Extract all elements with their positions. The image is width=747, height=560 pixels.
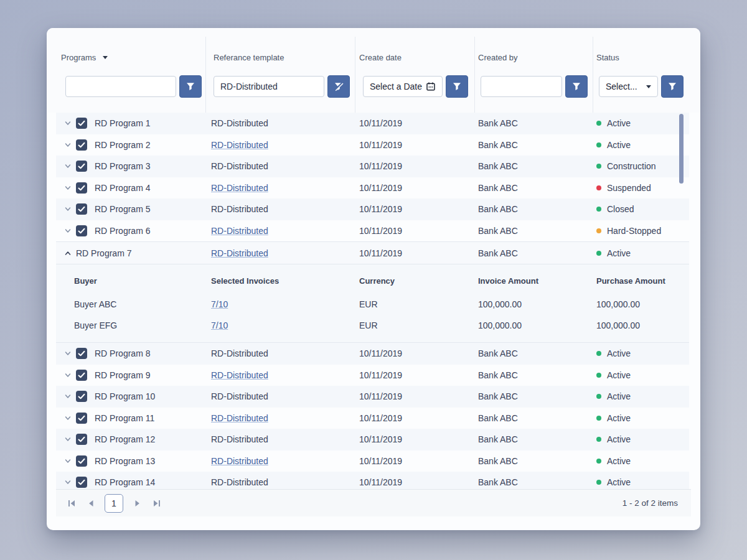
- program-name: RD Program 11: [95, 413, 154, 423]
- date-picker-input[interactable]: Select a Date: [363, 76, 443, 97]
- chevron-down-icon[interactable]: [64, 141, 72, 149]
- vertical-scrollbar-thumb[interactable]: [679, 114, 684, 184]
- app-background: { "colors": { "accent": "#4a6aa5", "gree…: [0, 0, 747, 560]
- table-row: RD Program 6RD-Distributed10/11/2019Bank…: [56, 220, 689, 242]
- previous-page-button[interactable]: [85, 498, 96, 509]
- funnel-icon: [667, 82, 677, 91]
- status-text: Active: [607, 370, 631, 380]
- chevron-down-icon[interactable]: [64, 205, 72, 213]
- row-checkbox[interactable]: [76, 434, 87, 445]
- create-date-cell: 10/11/2019: [359, 161, 478, 171]
- status-cell: Active: [596, 140, 689, 150]
- status-dot-icon: [596, 437, 601, 442]
- selected-invoices-link[interactable]: 7/10: [211, 320, 228, 330]
- reference-template-filter-input[interactable]: [214, 76, 324, 97]
- row-checkbox[interactable]: [76, 348, 87, 359]
- funnel-icon: [571, 82, 581, 91]
- invoice-amount-cell: 100,000.00: [478, 299, 596, 309]
- chevron-down-icon[interactable]: [64, 350, 72, 357]
- row-checkbox[interactable]: [76, 225, 87, 236]
- program-name: RD Program 12: [95, 434, 155, 444]
- purchase-amount-cell: 100,000.00: [596, 299, 689, 309]
- status-dot-icon: [596, 459, 601, 464]
- create-date-cell: 10/11/2019: [359, 370, 478, 380]
- row-checkbox[interactable]: [76, 455, 87, 467]
- selected-invoices-link[interactable]: 7/10: [211, 299, 228, 309]
- chevron-down-icon[interactable]: [64, 184, 72, 192]
- status-text: Active: [607, 413, 631, 423]
- table-row: RD Program 1RD-Distributed10/11/2019Bank…: [56, 113, 689, 134]
- row-checkbox[interactable]: [76, 370, 87, 381]
- chevron-down-icon[interactable]: [64, 457, 72, 465]
- chevron-down-icon[interactable]: [64, 436, 72, 443]
- calendar-icon[interactable]: [426, 82, 436, 91]
- program-name: RD Program 7: [76, 248, 131, 258]
- status-text: Closed: [607, 204, 634, 214]
- chevron-down-icon[interactable]: [64, 119, 72, 127]
- current-page-button[interactable]: 1: [105, 494, 123, 513]
- row-checkbox[interactable]: [76, 118, 87, 129]
- programs-filter-input[interactable]: [65, 76, 176, 97]
- created-by-filter-button[interactable]: [565, 75, 588, 98]
- programs-panel: Programs Referance template: [47, 28, 700, 530]
- create-date-cell: 10/11/2019: [359, 391, 478, 401]
- status-cell: Active: [596, 248, 689, 258]
- template-link[interactable]: RD-Distributed: [211, 183, 268, 193]
- chevron-down-icon[interactable]: [64, 393, 72, 400]
- created-by-cell: Bank ABC: [478, 118, 596, 128]
- status-dot-icon: [596, 164, 601, 169]
- programs-column-menu[interactable]: Programs: [61, 53, 108, 62]
- status-filter-button[interactable]: [661, 75, 684, 98]
- row-checkbox[interactable]: [76, 203, 87, 215]
- created-by-cell: Bank ABC: [478, 434, 596, 444]
- row-checkbox[interactable]: [76, 477, 87, 488]
- chevron-down-icon[interactable]: [64, 162, 72, 170]
- status-select[interactable]: Select...: [599, 76, 658, 97]
- row-checkbox[interactable]: [76, 182, 87, 194]
- chevron-down-icon[interactable]: [64, 414, 72, 422]
- created-by-filter-input[interactable]: [481, 76, 562, 97]
- created-by-cell: Bank ABC: [478, 140, 596, 150]
- created-by-cell: Bank ABC: [478, 391, 596, 401]
- row-checkbox[interactable]: [76, 161, 87, 172]
- program-name: RD Program 3: [95, 161, 150, 171]
- row-checkbox[interactable]: [76, 139, 87, 151]
- program-name: RD Program 14: [95, 477, 155, 487]
- status-text: Active: [607, 348, 631, 358]
- program-name: RD Program 8: [95, 348, 150, 358]
- status-cell: Active: [596, 456, 689, 466]
- create-date-cell: 10/11/2019: [359, 140, 478, 150]
- reference-template-filter-button[interactable]: [327, 75, 350, 98]
- template-link[interactable]: RD-Distributed: [211, 248, 268, 258]
- chevron-down-icon[interactable]: [64, 371, 72, 379]
- template-link[interactable]: RD-Distributed: [211, 226, 268, 236]
- invoice-amount-cell: 100,000.00: [478, 320, 596, 330]
- table-row: RD Program 4RD-Distributed10/11/2019Bank…: [56, 177, 689, 199]
- create-date-filter-button[interactable]: [446, 75, 468, 98]
- status-text: Active: [607, 391, 631, 401]
- row-checkbox[interactable]: [76, 391, 87, 402]
- chevron-down-icon[interactable]: [64, 478, 72, 486]
- chevron-down-icon[interactable]: [64, 227, 72, 235]
- last-page-button[interactable]: [151, 498, 162, 509]
- template-link[interactable]: RD-Distributed: [211, 413, 268, 423]
- created-by-cell: Bank ABC: [478, 370, 596, 380]
- row-checkbox[interactable]: [76, 413, 87, 424]
- chevron-down-icon: [646, 85, 651, 88]
- next-page-button[interactable]: [131, 498, 143, 509]
- subtable-header: Selected Invoices: [211, 276, 359, 286]
- template-link[interactable]: RD-Distributed: [211, 140, 268, 150]
- created-by-cell: Bank ABC: [478, 204, 596, 214]
- filter-divider: [593, 37, 593, 113]
- created-by-cell: Bank ABC: [478, 183, 596, 193]
- template-link[interactable]: RD-Distributed: [211, 370, 268, 380]
- template-link[interactable]: RD-Distributed: [211, 456, 268, 466]
- pagination-bar: 1 1 - 2 of 2 items: [56, 489, 691, 516]
- first-page-button[interactable]: [66, 498, 77, 509]
- status-text: Active: [607, 118, 631, 128]
- programs-filter-button[interactable]: [179, 75, 202, 98]
- currency-cell: EUR: [359, 299, 478, 309]
- filter-divider: [474, 37, 475, 113]
- chevron-up-icon[interactable]: [64, 250, 72, 257]
- status-dot-icon: [596, 251, 601, 256]
